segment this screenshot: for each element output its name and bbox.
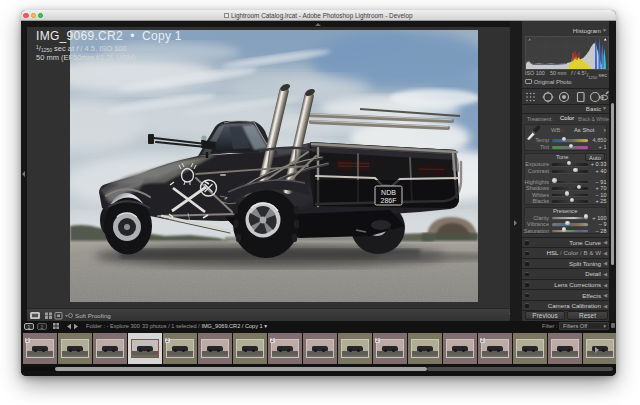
svg-text:286F: 286F [380, 197, 396, 204]
svg-text:NDB: NDB [381, 189, 396, 196]
